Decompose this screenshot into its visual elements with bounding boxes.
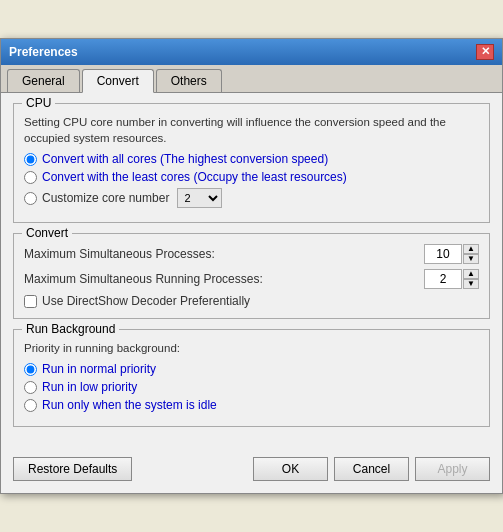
radio-custom-cores-label: Customize core number <box>42 191 169 205</box>
tab-others[interactable]: Others <box>156 69 222 92</box>
radio-normal-priority-label: Run in normal priority <box>42 362 156 376</box>
max-running-label: Maximum Simultaneous Running Processes: <box>24 272 263 286</box>
radio-least-cores-label: Convert with the least cores (Occupy the… <box>42 170 347 184</box>
ok-button[interactable]: OK <box>253 457 328 481</box>
radio-idle-priority-input[interactable] <box>24 399 37 412</box>
cancel-button[interactable]: Cancel <box>334 457 409 481</box>
max-running-spin: ▲ ▼ <box>424 269 479 289</box>
radio-all-cores: Convert with all cores (The highest conv… <box>24 152 479 166</box>
cpu-group-label: CPU <box>22 96 55 110</box>
run-background-content: Priority in running background: Run in n… <box>24 340 479 412</box>
window-title: Preferences <box>9 45 78 59</box>
radio-idle-priority-label: Run only when the system is idle <box>42 398 217 412</box>
cpu-group-content: Setting CPU core number in converting wi… <box>24 114 479 208</box>
max-simultaneous-spinbtns: ▲ ▼ <box>463 244 479 264</box>
main-content: CPU Setting CPU core number in convertin… <box>1 93 502 449</box>
convert-group-label: Convert <box>22 226 72 240</box>
radio-all-cores-label: Convert with all cores (The highest conv… <box>42 152 328 166</box>
cpu-description: Setting CPU core number in converting wi… <box>24 114 479 146</box>
max-running-spinbtns: ▲ ▼ <box>463 269 479 289</box>
radio-all-cores-input[interactable] <box>24 153 37 166</box>
core-number-dropdown[interactable]: 2 1 3 4 <box>177 188 222 208</box>
convert-group-content: Maximum Simultaneous Processes: ▲ ▼ Maxi… <box>24 244 479 308</box>
tab-convert[interactable]: Convert <box>82 69 154 93</box>
run-background-label: Run Background <box>22 322 119 336</box>
max-running-down[interactable]: ▼ <box>463 279 479 289</box>
max-running-up[interactable]: ▲ <box>463 269 479 279</box>
max-running-row: Maximum Simultaneous Running Processes: … <box>24 269 479 289</box>
max-simultaneous-up[interactable]: ▲ <box>463 244 479 254</box>
directshow-row: Use DirectShow Decoder Preferentially <box>24 294 479 308</box>
max-simultaneous-input[interactable] <box>424 244 462 264</box>
dialog-buttons: OK Cancel Apply <box>253 457 490 481</box>
radio-low-priority: Run in low priority <box>24 380 479 394</box>
bottom-buttons-bar: Restore Defaults OK Cancel Apply <box>1 449 502 493</box>
radio-custom-cores-input[interactable] <box>24 192 37 205</box>
tab-bar: General Convert Others <box>1 65 502 93</box>
max-simultaneous-down[interactable]: ▼ <box>463 254 479 264</box>
max-running-input[interactable] <box>424 269 462 289</box>
radio-normal-priority: Run in normal priority <box>24 362 479 376</box>
title-bar: Preferences ✕ <box>1 39 502 65</box>
convert-group: Convert Maximum Simultaneous Processes: … <box>13 233 490 319</box>
max-simultaneous-row: Maximum Simultaneous Processes: ▲ ▼ <box>24 244 479 264</box>
radio-least-cores-input[interactable] <box>24 171 37 184</box>
max-simultaneous-spin: ▲ ▼ <box>424 244 479 264</box>
run-background-description: Priority in running background: <box>24 340 479 356</box>
preferences-window: Preferences ✕ General Convert Others CPU… <box>0 38 503 494</box>
directshow-checkbox[interactable] <box>24 295 37 308</box>
radio-idle-priority: Run only when the system is idle <box>24 398 479 412</box>
radio-normal-priority-input[interactable] <box>24 363 37 376</box>
radio-low-priority-input[interactable] <box>24 381 37 394</box>
close-button[interactable]: ✕ <box>476 44 494 60</box>
apply-button[interactable]: Apply <box>415 457 490 481</box>
tab-general[interactable]: General <box>7 69 80 92</box>
run-background-group: Run Background Priority in running backg… <box>13 329 490 427</box>
restore-defaults-button[interactable]: Restore Defaults <box>13 457 132 481</box>
radio-custom-cores: Customize core number 2 1 3 4 <box>24 188 479 208</box>
radio-least-cores: Convert with the least cores (Occupy the… <box>24 170 479 184</box>
radio-low-priority-label: Run in low priority <box>42 380 137 394</box>
directshow-label: Use DirectShow Decoder Preferentially <box>42 294 250 308</box>
max-simultaneous-label: Maximum Simultaneous Processes: <box>24 247 215 261</box>
cpu-group: CPU Setting CPU core number in convertin… <box>13 103 490 223</box>
